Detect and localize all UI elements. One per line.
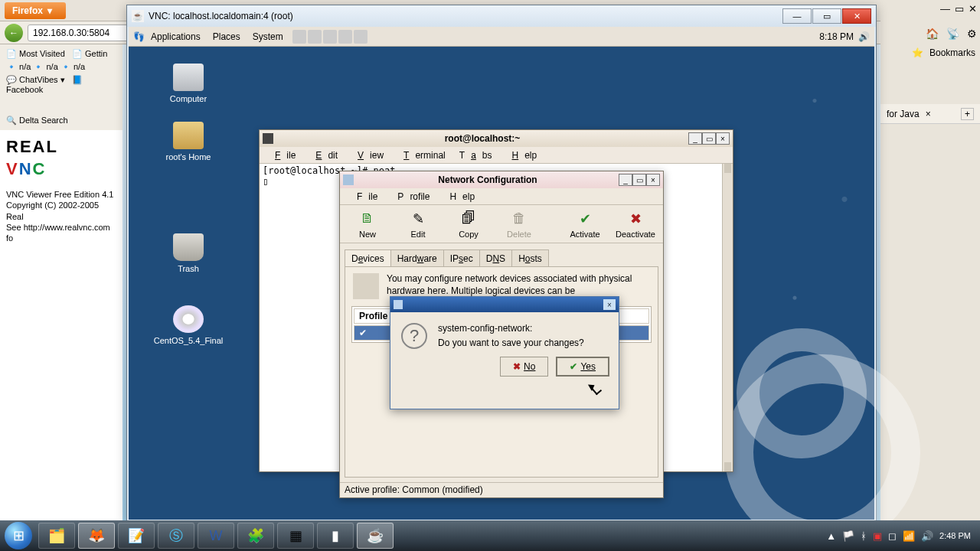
minimize-button[interactable]: — — [782, 8, 812, 24]
realvnc-info: REALVNC VNC Viewer Free Edition 4.1 Copy… — [0, 130, 122, 520]
yes-button[interactable]: ✔Yes — [556, 357, 609, 377]
task-cmd[interactable]: ▮ — [317, 523, 354, 549]
terminal-scrollbar[interactable] — [722, 164, 733, 471]
tray-show-hidden[interactable]: ▲ — [826, 530, 836, 542]
task-firefox[interactable]: 🦊 — [78, 523, 115, 549]
task-skype[interactable]: Ⓢ — [158, 523, 194, 549]
term-menu-edit[interactable]: Edit — [303, 148, 344, 162]
desktop-icon-trash[interactable]: Trash — [152, 233, 225, 273]
tab-devices[interactable]: Devices — [345, 249, 391, 268]
gnome-foot-icon: 👣 — [133, 31, 145, 42]
save-changes-dialog: × ? system-config-network: Do you want t… — [390, 296, 619, 409]
netcfg-icon — [343, 174, 354, 185]
mouse-cursor — [590, 383, 600, 398]
menu-places[interactable]: Places — [207, 31, 247, 42]
panel-launcher-2[interactable] — [308, 30, 322, 44]
term-menu-terminal[interactable]: Terminal — [391, 148, 452, 162]
term-menu-file[interactable]: File — [263, 148, 302, 162]
toolbar-edit[interactable]: ✎Edit — [395, 210, 441, 239]
tab-ipsec[interactable]: IPsec — [443, 249, 480, 268]
netcfg-minimize-button[interactable]: _ — [619, 174, 632, 186]
tray-bluetooth-icon[interactable]: ᚼ — [861, 530, 867, 542]
tray-ati-icon[interactable]: ▣ — [873, 530, 882, 542]
toolbar-copy[interactable]: 🗐Copy — [446, 210, 492, 239]
vnc-window: ☕ VNC: localhost.localdomain:4 (root) — … — [126, 5, 877, 522]
dialog-line-2: Do you want to save your changes? — [438, 336, 609, 350]
outer-minimize-button[interactable]: — — [940, 3, 950, 15]
netcfg-status: Active profile: Common (modified) — [340, 482, 663, 497]
feed-icon[interactable]: 📡 — [946, 28, 959, 40]
gear-icon[interactable]: ⚙ — [967, 28, 977, 40]
dialog-close-button[interactable]: × — [603, 299, 616, 310]
tab-for-java[interactable]: for Java — [887, 109, 920, 119]
terminal-icon — [263, 133, 273, 144]
desktop-icon-computer[interactable]: Computer — [152, 64, 225, 103]
term-maximize-button[interactable]: ▭ — [702, 132, 716, 145]
panel-launcher-4[interactable] — [338, 30, 352, 44]
desktop-icon-home[interactable]: root's Home — [152, 122, 225, 161]
term-minimize-button[interactable]: _ — [688, 132, 702, 145]
netcfg-tabs: Devices Hardware IPsec DNS Hosts — [345, 249, 658, 268]
netcfg-menu-profile[interactable]: Profile — [385, 190, 436, 204]
devices-hint-icon — [353, 273, 379, 299]
outer-maximize-button[interactable]: ▭ — [955, 3, 964, 15]
start-button[interactable]: ⊞ — [5, 522, 32, 549]
firefox-menu-button[interactable]: Firefox — [5, 2, 66, 19]
tray-clock[interactable]: 2:48 PM — [939, 531, 971, 540]
tray-flag-icon[interactable]: 🏳️ — [842, 530, 854, 542]
term-menu-tabs[interactable]: Tabs — [453, 148, 498, 162]
devices-hint: You may configure network devices associ… — [387, 273, 652, 297]
dialog-icon — [394, 300, 403, 309]
menu-system[interactable]: System — [247, 31, 289, 42]
new-tab-button[interactable]: + — [961, 108, 974, 120]
netcfg-title: Network Configuration — [357, 174, 619, 185]
netcfg-menu-file[interactable]: File — [345, 190, 384, 204]
toolbar-new[interactable]: 🗎New — [345, 210, 390, 239]
netcfg-close-button[interactable]: × — [646, 174, 660, 186]
outer-close-button[interactable]: ✕ — [969, 3, 977, 15]
toolbar-deactivate[interactable]: ✖Deactivate — [612, 210, 658, 239]
question-icon: ? — [401, 323, 427, 349]
panel-launcher-5[interactable] — [354, 30, 368, 44]
panel-launcher-1[interactable] — [292, 30, 306, 44]
term-menu-help[interactable]: Help — [500, 148, 544, 162]
netcfg-maximize-button[interactable]: ▭ — [632, 174, 646, 186]
task-notepad[interactable]: 📝 — [118, 523, 155, 549]
tray-volume-icon[interactable]: 🔊 — [921, 530, 933, 542]
task-app1[interactable]: 🧩 — [237, 523, 274, 549]
term-close-button[interactable]: × — [716, 132, 730, 145]
term-menu-view[interactable]: View — [345, 148, 390, 162]
bookmarks-link[interactable]: Bookmarks — [929, 47, 975, 58]
task-explorer[interactable]: 🗂️ — [38, 523, 75, 549]
task-app2[interactable]: ▦ — [277, 523, 314, 549]
tab-close-icon[interactable]: × — [926, 109, 931, 119]
tab-dns[interactable]: DNS — [479, 249, 512, 268]
toolbar-activate[interactable]: ✔Activate — [562, 210, 608, 239]
nav-back-button[interactable]: ← — [5, 24, 23, 42]
windows-taskbar: ⊞ 🗂️ 🦊 📝 Ⓢ W 🧩 ▦ ▮ ☕ ▲ 🏳️ ᚼ ▣ ◻ 📶 🔊 2:48… — [0, 520, 980, 551]
address-text: 192.168.0.30:5804 — [33, 28, 109, 38]
firefox-bookmarks-bar: 📄 Most Visited 📄 Gettin 🔹 n/a 🔹 n/a 🔹 n/… — [0, 44, 122, 136]
desktop-icon-dvd[interactable]: CentOS_5.4_Final — [144, 305, 233, 345]
toolbar-delete: 🗑Delete — [496, 210, 542, 239]
tray-network-icon[interactable]: 📶 — [903, 530, 915, 542]
task-word[interactable]: W — [198, 523, 234, 549]
tray-unknown-icon[interactable]: ◻ — [888, 530, 897, 542]
maximize-button[interactable]: ▭ — [812, 8, 841, 24]
task-java[interactable]: ☕ — [357, 523, 394, 549]
tab-hardware[interactable]: Hardware — [390, 249, 444, 268]
vnc-window-title: VNC: localhost.localdomain:4 (root) — [149, 11, 293, 21]
home-icon[interactable]: 🏠 — [926, 28, 939, 40]
tab-hosts[interactable]: Hosts — [511, 249, 549, 268]
java-icon: ☕ — [132, 10, 144, 22]
dialog-line-1: system-config-network: — [438, 321, 609, 336]
menu-applications[interactable]: Applications — [145, 31, 207, 42]
panel-launcher-3[interactable] — [323, 30, 337, 44]
no-button[interactable]: ✖No — [500, 357, 548, 377]
terminal-title: root@localhost:~ — [276, 133, 688, 144]
netcfg-menu-help[interactable]: Help — [437, 190, 481, 204]
close-button[interactable]: ✕ — [842, 8, 871, 24]
